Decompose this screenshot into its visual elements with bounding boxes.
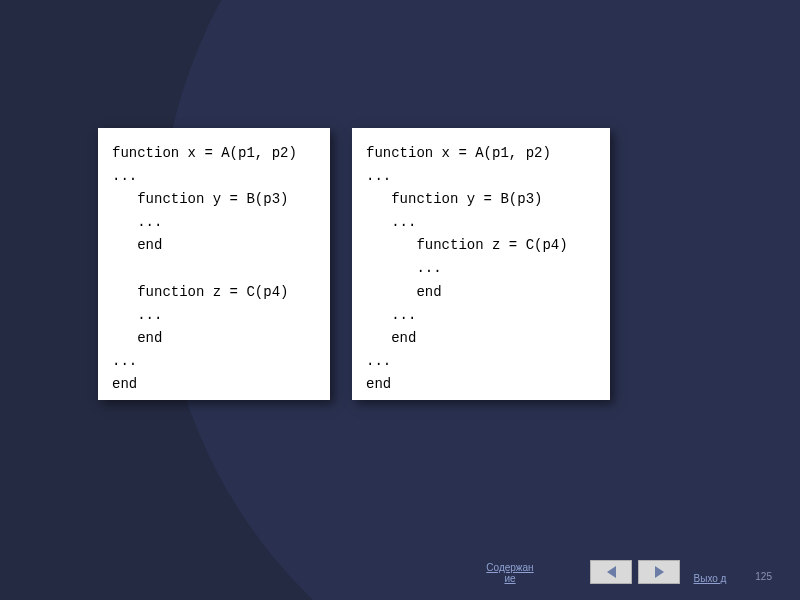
nav-buttons — [590, 560, 680, 584]
exit-link[interactable]: Выхо д — [680, 573, 740, 584]
footer: Содержан ие Выхо д 125 — [0, 550, 800, 584]
code-snippet-left: function x = A(p1, p2) ... function y = … — [112, 142, 314, 396]
contents-link[interactable]: Содержан ие — [480, 562, 540, 584]
triangle-right-icon — [655, 566, 664, 578]
code-card-right: function x = A(p1, p2) ... function y = … — [352, 128, 610, 400]
slide: function x = A(p1, p2) ... function y = … — [0, 0, 800, 600]
code-snippet-right: function x = A(p1, p2) ... function y = … — [366, 142, 594, 396]
page-number: 125 — [755, 571, 772, 582]
triangle-left-icon — [607, 566, 616, 578]
prev-button[interactable] — [590, 560, 632, 584]
code-card-left: function x = A(p1, p2) ... function y = … — [98, 128, 330, 400]
next-button[interactable] — [638, 560, 680, 584]
